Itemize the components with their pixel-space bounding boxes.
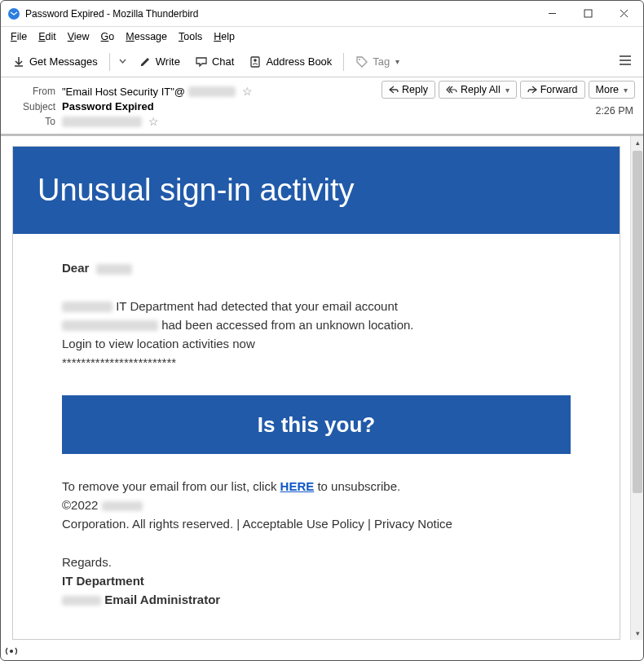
redacted (102, 501, 143, 511)
regards: Regards. (62, 555, 112, 569)
get-messages-label: Get Messages (29, 55, 98, 68)
reply-button[interactable]: Reply (382, 81, 435, 99)
address-book-button[interactable]: Address Book (244, 52, 337, 72)
unsub-text-b: to unsubscribe. (314, 479, 400, 493)
app-menu-button[interactable] (614, 51, 637, 72)
redacted (62, 302, 112, 312)
redacted (62, 117, 142, 127)
greeting: Dear (62, 261, 89, 275)
subject-label: Subject (11, 101, 55, 112)
more-button[interactable]: More ▾ (589, 81, 635, 99)
to-label: To (11, 116, 55, 127)
copyright: ©2022 (62, 498, 102, 512)
chevron-down-icon (119, 58, 126, 65)
from-value: "Email Host Security IT"@ ☆ (62, 85, 253, 98)
minimize-button[interactable] (534, 2, 570, 26)
svg-point-11 (10, 650, 13, 653)
from-text: "Email Host Security IT"@ (62, 86, 185, 98)
message-time: 2:26 PM (595, 105, 633, 117)
chevron-down-icon: ▾ (395, 57, 399, 66)
minimize-icon (548, 9, 557, 18)
scroll-down-icon[interactable]: ▾ (631, 627, 643, 640)
forward-label: Forward (540, 84, 578, 95)
reply-all-button[interactable]: Reply All ▾ (439, 81, 517, 99)
body-line-4: ************************ (62, 355, 176, 369)
chevron-down-icon: ▾ (505, 86, 509, 95)
address-book-label: Address Book (266, 55, 332, 68)
email-banner: Unusual sign-in activity (13, 147, 620, 234)
svg-point-6 (254, 59, 258, 62)
svg-rect-5 (251, 57, 259, 67)
tag-icon (355, 55, 368, 68)
signoff-role: Email Administrator (101, 593, 220, 606)
message-body-pane: ▴ ▾ Unusual sign-in activity Dear IT Dep… (1, 136, 643, 640)
corp-line: Corporation. All rights reserved. | Acce… (62, 517, 452, 531)
forward-button[interactable]: Forward (520, 81, 585, 99)
redacted (96, 264, 132, 275)
scroll-thumb[interactable] (633, 151, 642, 493)
scroll-up-icon[interactable]: ▴ (631, 136, 643, 149)
write-button[interactable]: Write (134, 52, 185, 72)
reply-all-icon (446, 86, 457, 94)
get-messages-dropdown[interactable] (117, 55, 129, 68)
titlebar: Password Expired - Mozilla Thunderbird (1, 1, 643, 27)
body-line-1: IT Department had detected that your ema… (112, 299, 398, 313)
menu-help[interactable]: Help (209, 29, 240, 44)
scrollbar[interactable]: ▴ ▾ (630, 136, 643, 640)
svg-point-7 (359, 59, 360, 60)
star-icon[interactable]: ☆ (148, 115, 159, 128)
get-messages-button[interactable]: Get Messages (7, 52, 103, 72)
tag-button[interactable]: Tag ▾ (351, 52, 404, 72)
svg-point-0 (8, 8, 20, 20)
menubar: File Edit View Go Message Tools Help (1, 27, 643, 46)
message-headers: Reply Reply All ▾ Forward More ▾ 2:26 PM… (1, 77, 643, 136)
divider (343, 53, 344, 71)
status-activity-icon (5, 646, 18, 659)
body-line-3: Login to view location activities now (62, 337, 255, 350)
window-title: Password Expired - Mozilla Thunderbird (25, 8, 534, 20)
menu-message[interactable]: Message (121, 29, 172, 44)
menu-view[interactable]: View (63, 29, 95, 44)
maximize-icon (584, 9, 593, 18)
from-label: From (11, 86, 55, 97)
signoff-dept: IT Department (62, 574, 144, 588)
unsubscribe-link[interactable]: HERE (280, 479, 315, 493)
email-body: Dear IT Department had detected that you… (13, 234, 620, 618)
more-label: More (596, 84, 619, 95)
forward-icon (527, 86, 537, 94)
email-content: Unusual sign-in activity Dear IT Departm… (12, 146, 620, 640)
addressbook-icon (249, 55, 262, 68)
menu-file[interactable]: File (6, 29, 32, 44)
reply-all-label: Reply All (461, 84, 501, 95)
chevron-down-icon: ▾ (624, 86, 628, 95)
toolbar: Get Messages Write Chat Address Book Tag… (1, 46, 643, 77)
cta-button[interactable]: Is this you? (62, 395, 571, 454)
redacted (62, 320, 158, 331)
pencil-icon (139, 55, 152, 68)
reply-label: Reply (402, 84, 428, 95)
menu-tools[interactable]: Tools (174, 29, 207, 44)
maximize-button[interactable] (570, 2, 606, 26)
write-label: Write (156, 55, 180, 68)
body-line-2: had been accessed from an unknown locati… (158, 318, 414, 332)
subject-value: Password Expired (62, 100, 154, 112)
redacted (62, 596, 101, 606)
unsub-text-a: To remove your email from our list, clic… (62, 479, 280, 493)
reply-icon (389, 86, 399, 94)
thunderbird-icon (7, 7, 20, 20)
close-icon (620, 9, 629, 18)
tag-label: Tag (373, 55, 390, 68)
close-button[interactable] (606, 2, 642, 26)
star-icon[interactable]: ☆ (242, 85, 253, 98)
chat-button[interactable]: Chat (190, 52, 239, 72)
svg-rect-2 (584, 10, 592, 17)
redacted (188, 86, 236, 97)
to-value: ☆ (62, 115, 159, 128)
header-actions: Reply Reply All ▾ Forward More ▾ (382, 81, 635, 99)
hamburger-icon (619, 55, 632, 66)
chat-label: Chat (212, 55, 234, 68)
chat-icon (195, 55, 208, 68)
divider (109, 53, 110, 71)
menu-go[interactable]: Go (96, 29, 120, 44)
menu-edit[interactable]: Edit (33, 29, 61, 44)
